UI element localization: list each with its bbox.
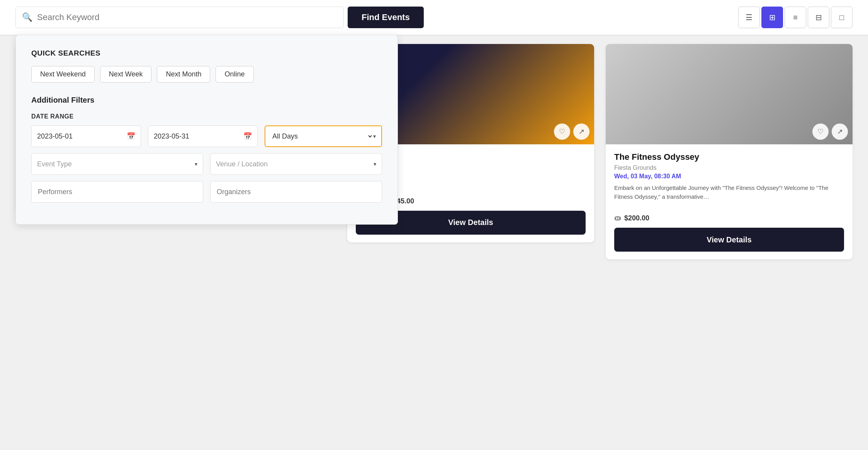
organizers-input[interactable] (210, 181, 382, 203)
rows-view-toggle[interactable]: ≡ (785, 7, 806, 28)
share-btn-3[interactable]: ↗ (573, 123, 589, 140)
search-bar: 🔍 Find Events ☰ ⊞ ≡ ⊟ □ (0, 0, 868, 35)
card-footer-4: 🎟 $200.00 View Details (606, 209, 853, 252)
end-date-input[interactable] (154, 132, 243, 140)
end-date-calendar-icon[interactable]: 📅 (243, 132, 252, 140)
card-image-4: ♡ ↗ (606, 44, 853, 144)
performers-input[interactable] (31, 181, 203, 203)
price-value-4: $200.00 (624, 214, 649, 222)
card-actions-3: ♡ ↗ (554, 123, 589, 140)
pill-next-weekend[interactable]: Next Weekend (31, 66, 95, 83)
pill-next-week[interactable]: Next Week (100, 66, 152, 83)
venue-location-select[interactable]: Venue / Location (216, 160, 374, 168)
list-view-toggle[interactable]: ☰ (738, 7, 760, 28)
card-body-4: The Fitness Odyssey Fiesta Grounds Wed, … (606, 144, 853, 209)
share-btn-4[interactable]: ↗ (832, 123, 848, 140)
type-venue-row: Event Type ▾ Venue / Location ▾ (31, 153, 382, 175)
tiles-view-toggle[interactable]: ⊟ (808, 7, 829, 28)
quick-search-pills: Next Weekend Next Week Next Month Online (31, 66, 382, 83)
event-type-wrapper: Event Type ▾ (31, 153, 203, 175)
like-btn-4[interactable]: ♡ (812, 123, 829, 140)
start-date-wrapper: 📅 (31, 125, 141, 147)
page-wrapper: 🔍 Find Events ☰ ⊞ ≡ ⊟ □ QUICK SEARCHES N… (0, 0, 868, 450)
view-toggle-group: ☰ ⊞ ≡ ⊟ □ (738, 7, 853, 28)
ticket-icon-4: 🎟 (614, 214, 621, 222)
days-select-wrapper: All Days Weekdays Weekends ▾ (265, 125, 382, 147)
venue-location-wrapper: Venue / Location ▾ (210, 153, 382, 175)
days-dropdown-arrow: ▾ (373, 133, 376, 139)
card-venue-4: Fiesta Grounds (614, 164, 844, 171)
search-icon: 🔍 (22, 12, 32, 22)
days-select[interactable]: All Days Weekdays Weekends (271, 132, 373, 140)
end-date-wrapper: 📅 (148, 125, 258, 147)
event-card-4: ♡ ↗ The Fitness Odyssey Fiesta Grounds W… (606, 44, 853, 259)
detail-view-toggle[interactable]: □ (831, 7, 853, 28)
pill-next-month[interactable]: Next Month (157, 66, 210, 83)
event-type-arrow: ▾ (195, 161, 197, 167)
date-range-label: DATE RANGE (31, 113, 382, 120)
start-date-calendar-icon[interactable]: 📅 (127, 132, 135, 140)
search-input-wrapper: 🔍 (15, 7, 344, 28)
date-range-row: 📅 📅 All Days Weekdays Weekends ▾ (31, 125, 382, 147)
view-details-btn-4[interactable]: View Details (614, 228, 844, 252)
additional-filters-heading: Additional Filters (31, 96, 382, 105)
card-price-4: 🎟 $200.00 (614, 214, 844, 222)
search-dropdown-panel: QUICK SEARCHES Next Weekend Next Week Ne… (15, 35, 398, 225)
card-desc-4: Embark on an Unforgettable Journey with … (614, 184, 844, 201)
venue-arrow: ▾ (374, 161, 376, 167)
card-title-4: The Fitness Odyssey (614, 152, 844, 162)
search-input[interactable] (37, 12, 337, 22)
find-events-button[interactable]: Find Events (348, 7, 424, 28)
start-date-input[interactable] (37, 132, 127, 140)
event-type-select[interactable]: Event Type (37, 160, 195, 168)
like-btn-3[interactable]: ♡ (554, 123, 570, 140)
pill-online[interactable]: Online (216, 66, 253, 83)
performers-organizers-row (31, 181, 382, 203)
quick-searches-heading: QUICK SEARCHES (31, 49, 382, 58)
card-date-4: Wed, 03 May, 08:30 AM (614, 173, 844, 180)
grid-view-toggle[interactable]: ⊞ (761, 7, 783, 28)
card-actions-4: ♡ ↗ (812, 123, 848, 140)
